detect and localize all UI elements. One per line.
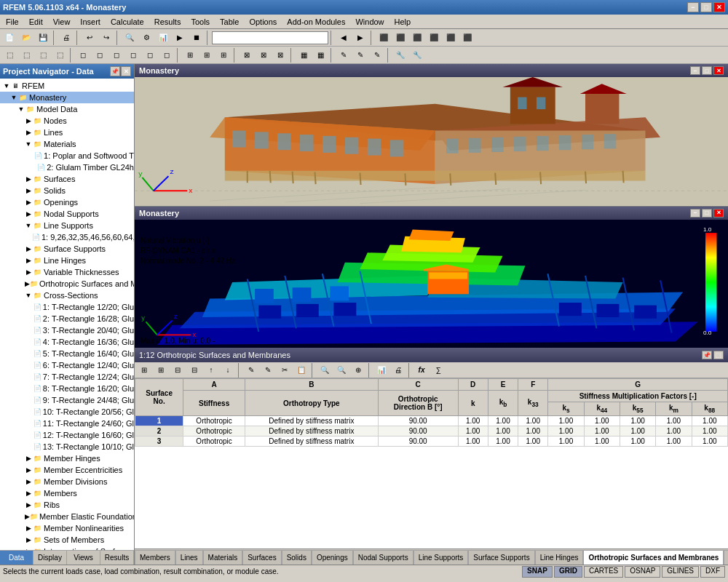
tb3-b13[interactable]: ⊞: [215, 48, 232, 63]
tree-item-20[interactable]: 📄2: T-Rectangle 16/28; Glu: [0, 313, 134, 324]
tab-5[interactable]: Openings: [312, 550, 353, 565]
tree-item-12[interactable]: ▼📁Line Supports: [0, 220, 134, 231]
dt-b1[interactable]: ⊞: [136, 363, 152, 378]
tree-item-10[interactable]: ▶📁Openings: [0, 196, 134, 208]
data-panel-float[interactable]: ⬚: [713, 351, 724, 359]
tree-item-1[interactable]: ▼📁Monastery: [0, 92, 134, 103]
vp-top-close[interactable]: ✕: [713, 66, 724, 75]
tab-4[interactable]: Solids: [282, 550, 312, 565]
tb3-b15[interactable]: ⊠: [256, 48, 272, 63]
table-row-2[interactable]: 3 Orthotropic Defined by stiffness matri…: [135, 436, 728, 447]
menu-tools[interactable]: Tools: [186, 16, 214, 28]
dt-b9[interactable]: ✂: [277, 363, 293, 378]
tab-3[interactable]: Surfaces: [242, 550, 281, 565]
tb3-b12[interactable]: ⊞: [199, 48, 215, 63]
close-button[interactable]: ✕: [713, 2, 725, 12]
tree-item-26[interactable]: 📄8: T-Rectangle 16/20; Glu: [0, 383, 134, 394]
tab-7[interactable]: Line Supports: [414, 550, 469, 565]
print-button[interactable]: 🖨: [58, 31, 74, 45]
tree-item-13[interactable]: 📄1: 9,26,32,35,46,56,60,64,7: [0, 231, 134, 243]
vp-top-max[interactable]: □: [702, 66, 712, 75]
tab-9[interactable]: Line Hinges: [535, 550, 584, 565]
tb2-b6[interactable]: ⬛: [459, 31, 475, 45]
new-button[interactable]: 📄: [1, 31, 17, 45]
tree-item-21[interactable]: 📄3: T-Rectangle 20/40; Glu: [0, 324, 134, 336]
tree-item-5[interactable]: ▼📁Materials: [0, 138, 134, 150]
tree-item-11[interactable]: ▶📁Nodal Supports: [0, 208, 134, 220]
tb3-b21[interactable]: ✎: [369, 48, 385, 63]
dt-b7[interactable]: ✎: [243, 363, 259, 378]
tb3-b19[interactable]: ✎: [336, 48, 352, 63]
tree-item-19[interactable]: 📄1: T-Rectangle 12/20; Glu: [0, 301, 134, 313]
save-button[interactable]: 💾: [35, 31, 51, 45]
tb2-b1[interactable]: ⬛: [376, 31, 392, 45]
tb1-btn2[interactable]: ⚙: [138, 31, 154, 45]
maximize-button[interactable]: □: [700, 2, 712, 12]
case-combo[interactable]: RF-DYNAM CA1 - dir x: [212, 31, 328, 44]
tb1-btn1[interactable]: 🔍: [122, 31, 138, 45]
tb3-b22[interactable]: 🔧: [392, 48, 408, 63]
tb3-b11[interactable]: ⊞: [182, 48, 198, 63]
status-btn-grid[interactable]: GRID: [554, 566, 582, 578]
tab-1[interactable]: Lines: [175, 550, 203, 565]
vp-bottom-close[interactable]: ✕: [713, 209, 724, 218]
redo-button[interactable]: ↪: [98, 31, 114, 45]
nav-next[interactable]: ▶: [352, 31, 368, 45]
menu-results[interactable]: Results: [150, 16, 186, 28]
tree-item-28[interactable]: 📄10: T-Rectangle 20/56; Gl: [0, 406, 134, 418]
tree-item-16[interactable]: ▶📁Variable Thicknesses: [0, 266, 134, 278]
tb3-b23[interactable]: 🔧: [409, 48, 425, 63]
dt-b3[interactable]: ⊟: [170, 363, 186, 378]
tree-item-35[interactable]: ▶📁Members: [0, 487, 134, 499]
status-btn-glines[interactable]: GLINES: [662, 566, 699, 578]
tab-0[interactable]: Members: [135, 550, 175, 565]
tb2-b3[interactable]: ⬛: [409, 31, 425, 45]
tree-item-6[interactable]: 📄1: Poplar and Softwood T: [0, 150, 134, 162]
tree-item-24[interactable]: 📄6: T-Rectangle 12/40; Glu: [0, 359, 134, 371]
tree-item-39[interactable]: ▶📁Sets of Members: [0, 534, 134, 546]
tree-item-37[interactable]: ▶📁Member Elastic Foundations: [0, 511, 134, 522]
tree-item-7[interactable]: 📄2: Glulam Timber GL24h: [0, 162, 134, 173]
status-btn-cartes[interactable]: CARTES: [584, 566, 623, 578]
status-btn-dxf[interactable]: DXF: [700, 566, 725, 578]
tb3-b17[interactable]: ▦: [296, 48, 312, 63]
menu-calculate[interactable]: Calculate: [106, 16, 149, 28]
dt-b5[interactable]: ↑: [203, 363, 219, 378]
tb2-b2[interactable]: ⬛: [392, 31, 408, 45]
menu-insert[interactable]: Insert: [76, 16, 105, 28]
dt-b13[interactable]: ⊕: [350, 363, 366, 378]
tab-8[interactable]: Surface Supports: [468, 550, 534, 565]
panel-close-button[interactable]: ✕: [121, 66, 131, 76]
tree-item-2[interactable]: ▼📁Model Data: [0, 103, 134, 115]
tree-item-9[interactable]: ▶📁Solids: [0, 185, 134, 196]
tree-item-17[interactable]: ▶📁Orthotropic Surfaces and Me: [0, 278, 134, 290]
menu-edit[interactable]: Edit: [25, 16, 47, 28]
table-row-1[interactable]: 2 Orthotropic Defined by stiffness matri…: [135, 426, 728, 436]
tb3-b8[interactable]: ◻: [125, 48, 141, 63]
lp-tab-data[interactable]: Data: [0, 551, 33, 565]
tb3-b1[interactable]: ⬚: [1, 48, 17, 63]
table-row-0[interactable]: 1 Orthotropic Defined by stiffness matri…: [135, 416, 728, 426]
dt-print[interactable]: 🖨: [390, 363, 406, 378]
tb3-b18[interactable]: ▦: [312, 48, 328, 63]
tab-11[interactable]: Cross-Sections: [724, 550, 728, 565]
tree-item-33[interactable]: ▶📁Member Eccentricities: [0, 464, 134, 476]
status-btn-osnap[interactable]: OSNAP: [625, 566, 660, 578]
viewport-bottom[interactable]: Monastery − □ ✕ Natural Vibration u [-] …: [135, 207, 728, 348]
tb3-b2[interactable]: ⬚: [18, 48, 34, 63]
tb3-b3[interactable]: ⬚: [35, 48, 51, 63]
tb2-b5[interactable]: ⬛: [443, 31, 459, 45]
tree-item-36[interactable]: ▶📁Ribs: [0, 499, 134, 511]
tb3-b4[interactable]: ⬚: [52, 48, 68, 63]
tree-item-22[interactable]: 📄4: T-Rectangle 16/36; Glu: [0, 336, 134, 348]
dt-func[interactable]: ∑: [430, 363, 446, 378]
tree-item-31[interactable]: 📄13: T-Rectangle 10/10; Gl: [0, 441, 134, 453]
tb1-btn4[interactable]: ▶: [172, 31, 188, 45]
dt-excel[interactable]: 📊: [373, 363, 389, 378]
dt-b10[interactable]: 📋: [293, 363, 309, 378]
dt-fx[interactable]: fx: [414, 363, 430, 378]
undo-button[interactable]: ↩: [82, 31, 98, 45]
dt-b6[interactable]: ↓: [220, 363, 236, 378]
minimize-button[interactable]: −: [687, 2, 699, 12]
panel-pin-button[interactable]: 📌: [110, 66, 120, 76]
